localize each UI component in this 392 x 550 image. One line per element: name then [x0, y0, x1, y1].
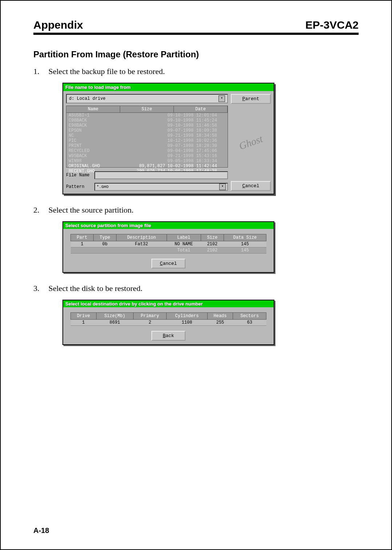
destination-drive-title: Select local destination drive by clicki… — [63, 300, 274, 307]
drive-dropdown[interactable]: d: Local drive ▾ — [66, 94, 228, 103]
col-size: Size — [120, 106, 174, 112]
list-item[interactable]: ORIGINAL.GHO89,871,82710-02-1998 11:42:4… — [66, 164, 228, 169]
header-left: Appendix — [33, 19, 83, 31]
col-sectors: Sectors — [233, 313, 266, 320]
step-2-text: Select the source partition. — [49, 205, 134, 214]
col-heads: Heads — [207, 313, 233, 320]
list-item[interactable]: W95BACK09-21-1998 15:43:16 — [66, 153, 228, 159]
file-list[interactable]: ASUSBI~109-10-1998 12:01:04C98BACK09-10-… — [66, 113, 228, 168]
page-header: Appendix EP-3VCA2 — [33, 19, 359, 35]
filename-label: File Name — [66, 173, 91, 178]
col-date: Date — [174, 106, 228, 112]
header-right: EP-3VCA2 — [305, 19, 359, 31]
file-list-header: Name Size Date — [66, 106, 228, 113]
step-3-text: Select the disk to be restored. — [49, 284, 143, 293]
chevron-down-icon[interactable]: ▾ — [219, 184, 226, 190]
col-type: Type — [93, 234, 116, 241]
col-label: Label — [167, 234, 201, 241]
list-item[interactable]: NC09-21-1998 18:34:58 — [66, 133, 228, 138]
section-title: Partition From Image (Restore Partition) — [33, 49, 359, 59]
list-item[interactable]: WIN9809-05-1998 18:33:34 — [66, 159, 228, 164]
step-1: 1. Select the backup file to be restored… — [33, 67, 359, 76]
pattern-value: *.GHO — [97, 185, 109, 189]
col-size: Size — [201, 234, 224, 241]
step-1-num: 1. — [33, 67, 46, 76]
back-button[interactable]: Back — [151, 331, 185, 341]
page-number: A-18 — [33, 526, 49, 535]
col-size: Size(Mb) — [96, 313, 133, 320]
col-part: Part — [71, 234, 94, 241]
cancel-button[interactable]: Cancel — [231, 181, 271, 191]
list-item[interactable]: E98BACK09-10-1998 11:46:58 — [66, 123, 228, 128]
list-item[interactable]: ASUSBI~109-10-1998 12:01:04 — [66, 113, 228, 118]
drive-table: Drive Size(Mb) Primary Cylinders Heads S… — [70, 312, 266, 326]
drive-value: d: Local drive — [69, 96, 106, 101]
list-item[interactable]: C98BACK09-10-1998 11:45:24 — [66, 118, 228, 123]
col-name: Name — [66, 106, 120, 112]
destination-drive-dialog: Select local destination drive by clicki… — [62, 300, 274, 345]
step-2: 2. Select the source partition. — [33, 205, 359, 215]
pattern-label: Pattern — [66, 184, 91, 189]
list-item[interactable]: PIC10-12-1998 10:02:36 — [66, 138, 228, 143]
step-1-text: Select the backup file to be restored. — [49, 67, 165, 76]
step-3-num: 3. — [33, 284, 46, 293]
list-item[interactable]: EPSON09-07-1998 18:09:38 — [66, 128, 228, 133]
col-primary: Primary — [133, 313, 167, 320]
step-3: 3. Select the disk to be restored. — [33, 284, 359, 293]
col-cyl: Cylinders — [167, 313, 207, 320]
file-dialog: File name to load image from d: Local dr… — [62, 83, 274, 194]
filename-field[interactable] — [94, 171, 228, 179]
list-item[interactable]: RECYCLED09-04-1998 17:45:06 — [66, 148, 228, 153]
table-row[interactable]: 1 8691 2 1108 255 63 — [71, 320, 266, 326]
source-partition-dialog: Select source partition from image file … — [62, 221, 274, 273]
pattern-field[interactable]: *.GHO ▾ — [94, 183, 228, 191]
parent-button[interactable]: Parent — [231, 94, 271, 104]
step-2-num: 2. — [33, 205, 46, 215]
col-data: Data Size — [224, 234, 266, 241]
source-partition-title: Select source partition from image file — [63, 222, 274, 229]
total-row: Total 2102 145 — [71, 247, 266, 254]
col-drive: Drive — [71, 313, 97, 320]
cancel-button[interactable]: Cancel — [151, 259, 185, 268]
table-row[interactable]: 1 0b Fat32 NO NAME 2102 145 — [71, 241, 266, 247]
file-dialog-title: File name to load image from — [63, 83, 274, 91]
partition-table: Part Type Description Label Size Data Si… — [70, 234, 266, 254]
list-item[interactable]: PRINT09-07-1998 18:28:30 — [66, 143, 228, 148]
ghost-logo: Ghost — [220, 102, 282, 183]
col-desc: Description — [116, 234, 167, 241]
chevron-down-icon[interactable]: ▾ — [219, 95, 225, 102]
